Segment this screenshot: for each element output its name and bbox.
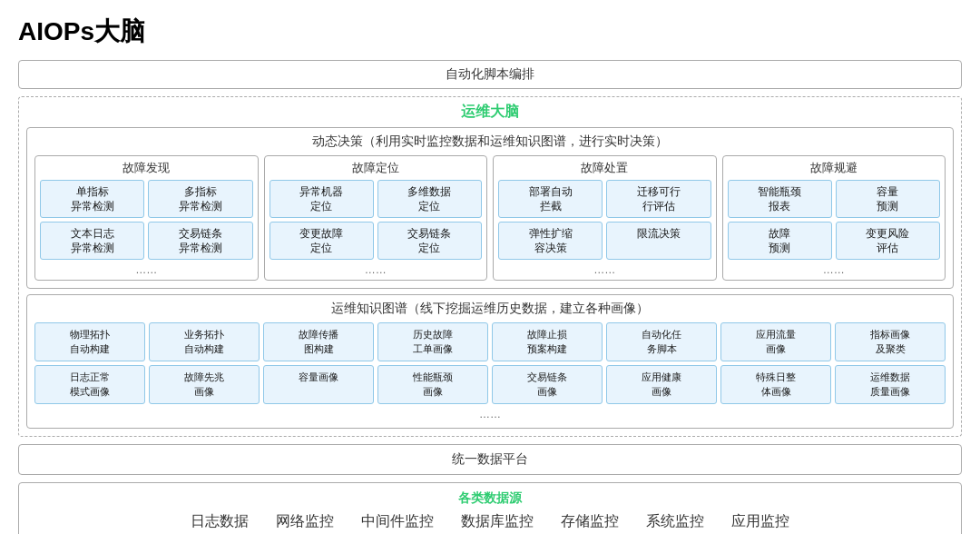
page-title: AIOPs大脑 bbox=[18, 15, 962, 49]
fault-discovery-grid: 单指标异常检测 多指标异常检测 文本日志异常检测 交易链条异常检测 bbox=[40, 180, 253, 260]
list-item: 应用流量画像 bbox=[720, 322, 831, 361]
list-item: 业务拓扑自动构建 bbox=[149, 322, 260, 361]
list-item: 系统监控 bbox=[646, 512, 704, 531]
fault-discovery-section: 故障发现 单指标异常检测 多指标异常检测 文本日志异常检测 交易链条异常检测 …… bbox=[34, 155, 259, 281]
dots: …… bbox=[40, 263, 253, 276]
dots: …… bbox=[498, 263, 711, 276]
dynamic-decision-title: 动态决策（利用实时监控数据和运维知识图谱，进行实时决策） bbox=[34, 134, 946, 150]
knowledge-grid-row1: 物理拓扑自动构建 业务拓扑自动构建 故障传播图构建 历史故障工单画像 故障止损预… bbox=[34, 322, 946, 361]
list-item: 运维数据质量画像 bbox=[835, 365, 946, 404]
list-item: 限流决策 bbox=[606, 222, 710, 260]
list-item: 历史故障工单画像 bbox=[377, 322, 488, 361]
list-item: 故障止损预案构建 bbox=[492, 322, 603, 361]
list-item: 物理拓扑自动构建 bbox=[34, 322, 145, 361]
list-item: 变更风险评估 bbox=[836, 222, 940, 260]
list-item: 智能瓶颈报表 bbox=[728, 180, 832, 218]
list-item: 交易链条定位 bbox=[377, 222, 482, 260]
list-item: 网络监控 bbox=[276, 512, 334, 531]
list-item: 迁移可行行评估 bbox=[606, 180, 710, 218]
list-item: 部署自动拦截 bbox=[498, 180, 603, 218]
fault-avoid-grid: 智能瓶颈报表 容量预测 故障预测 变更风险评估 bbox=[728, 180, 941, 260]
list-item: 中间件监控 bbox=[361, 512, 434, 531]
list-item: 数据库监控 bbox=[461, 512, 534, 531]
list-item: 交易链条异常检测 bbox=[148, 222, 252, 260]
list-item: 指标画像及聚类 bbox=[835, 322, 946, 361]
data-sources-items: 日志数据 网络监控 中间件监控 数据库监控 存储监控 系统监控 应用监控 bbox=[34, 512, 946, 531]
list-item: 异常机器定位 bbox=[270, 180, 374, 218]
list-item: 多维数据定位 bbox=[377, 180, 482, 218]
list-item: 弹性扩缩容决策 bbox=[498, 222, 603, 260]
knowledge-grid-row2: 日志正常模式画像 故障先兆画像 容量画像 性能瓶颈画像 交易链条画像 应用健康画… bbox=[34, 365, 946, 404]
list-item: 日志正常模式画像 bbox=[34, 365, 145, 404]
list-item: 应用健康画像 bbox=[606, 365, 717, 404]
knowledge-graph-box: 运维知识图谱（线下挖掘运维历史数据，建立各种画像） 物理拓扑自动构建 业务拓扑自… bbox=[26, 294, 954, 429]
fault-location-title: 故障定位 bbox=[270, 160, 483, 176]
list-item: 单指标异常检测 bbox=[40, 180, 144, 218]
fault-handle-title: 故障处置 bbox=[498, 160, 711, 176]
list-item: 多指标异常检测 bbox=[148, 180, 252, 218]
knowledge-graph-title: 运维知识图谱（线下挖掘运维历史数据，建立各种画像） bbox=[34, 301, 946, 317]
fault-handle-section: 故障处置 部署自动拦截 迁移可行行评估 弹性扩缩容决策 限流决策 …… bbox=[493, 155, 717, 281]
fault-discovery-title: 故障发现 bbox=[40, 160, 253, 176]
dynamic-decision-grid: 故障发现 单指标异常检测 多指标异常检测 文本日志异常检测 交易链条异常检测 …… bbox=[34, 155, 946, 281]
list-item: 故障先兆画像 bbox=[149, 365, 260, 404]
dots: …… bbox=[270, 263, 483, 276]
dots: …… bbox=[728, 263, 941, 276]
list-item: 日志数据 bbox=[191, 512, 249, 531]
fault-handle-grid: 部署自动拦截 迁移可行行评估 弹性扩缩容决策 限流决策 bbox=[498, 180, 711, 260]
list-item: 容量画像 bbox=[263, 365, 374, 404]
data-sources-title: 各类数据源 bbox=[34, 490, 946, 507]
fault-avoid-title: 故障规避 bbox=[728, 160, 941, 176]
list-item: 自动化任务脚本 bbox=[606, 322, 717, 361]
yunwei-brain-box: 运维大脑 动态决策（利用实时监控数据和运维知识图谱，进行实时决策） 故障发现 单… bbox=[18, 96, 962, 437]
list-item: 应用监控 bbox=[731, 512, 789, 531]
knowledge-dots: …… bbox=[34, 408, 946, 420]
list-item: 交易链条画像 bbox=[492, 365, 603, 404]
yunwei-brain-title: 运维大脑 bbox=[26, 103, 954, 122]
list-item: 特殊日整体画像 bbox=[720, 365, 831, 404]
list-item: 变更故障定位 bbox=[270, 222, 374, 260]
fault-avoid-section: 故障规避 智能瓶颈报表 容量预测 故障预测 变更风险评估 …… bbox=[722, 155, 946, 281]
dynamic-decision-box: 动态决策（利用实时监控数据和运维知识图谱，进行实时决策） 故障发现 单指标异常检… bbox=[26, 127, 954, 289]
fault-location-grid: 异常机器定位 多维数据定位 变更故障定位 交易链条定位 bbox=[270, 180, 483, 260]
fault-location-section: 故障定位 异常机器定位 多维数据定位 变更故障定位 交易链条定位 …… bbox=[264, 155, 488, 281]
list-item: 存储监控 bbox=[561, 512, 619, 531]
unified-platform-bar: 统一数据平台 bbox=[18, 444, 962, 475]
list-item: 故障传播图构建 bbox=[263, 322, 374, 361]
automation-bar: 自动化脚本编排 bbox=[18, 60, 962, 89]
list-item: 容量预测 bbox=[836, 180, 940, 218]
list-item: 性能瓶颈画像 bbox=[377, 365, 488, 404]
list-item: 故障预测 bbox=[728, 222, 832, 260]
data-sources-box: 各类数据源 日志数据 网络监控 中间件监控 数据库监控 存储监控 系统监控 应用… bbox=[18, 482, 962, 534]
list-item: 文本日志异常检测 bbox=[40, 222, 144, 260]
